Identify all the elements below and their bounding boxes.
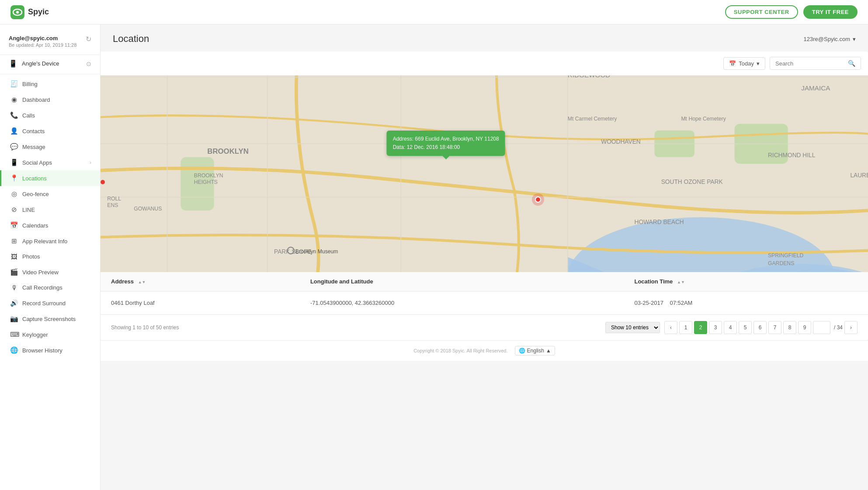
- logo-icon: [10, 5, 24, 19]
- sidebar-item-call-recordings[interactable]: 🎙 Call Recordings: [0, 280, 100, 295]
- sidebar-label-keylogger: Keylogger: [22, 331, 91, 338]
- flag-icon: 🌐: [519, 348, 525, 354]
- sidebar-item-geo-fence[interactable]: ◎ Geo-fence: [0, 186, 100, 202]
- search-icon: 🔍: [848, 60, 855, 67]
- svg-text:HEIGHTS: HEIGHTS: [194, 179, 218, 185]
- sidebar-item-message[interactable]: 💬 Message: [0, 139, 100, 155]
- page-button-2[interactable]: 2: [694, 321, 707, 334]
- sidebar-item-capture-screenshots[interactable]: 📷 Capture Screenshots: [0, 311, 100, 327]
- prev-page-button[interactable]: ‹: [664, 321, 677, 334]
- sidebar-label-dashboard: Dashboard: [22, 97, 91, 103]
- search-box: 🔍: [770, 57, 861, 70]
- page-button-8[interactable]: 8: [783, 321, 796, 334]
- sidebar-item-contacts[interactable]: 👤 Contacts: [0, 123, 100, 139]
- photos-icon: 🖼: [10, 253, 18, 260]
- svg-text:SOUTH OZONE PARK: SOUTH OZONE PARK: [661, 179, 723, 185]
- device-selector[interactable]: 📱 Angle's Device ⊙: [0, 55, 100, 72]
- search-input[interactable]: [775, 60, 845, 67]
- sidebar-item-record-surround[interactable]: 🔊 Record Surround: [0, 295, 100, 311]
- sidebar-item-line[interactable]: ⊘ LINE: [0, 202, 100, 217]
- sidebar: Angle@spyic.com Be updated: Apr 10, 2019…: [0, 24, 101, 490]
- geo-fence-icon: ◎: [10, 190, 18, 198]
- main-content: Location 123re@Spyic.com ▾ 📅 Today ▾ 🔍: [101, 24, 868, 490]
- sidebar-label-record-surround: Record Surround: [22, 300, 91, 307]
- page-button-4[interactable]: 4: [724, 321, 737, 334]
- message-icon: 💬: [10, 143, 18, 151]
- svg-text:RICHMOND HILL: RICHMOND HILL: [768, 152, 816, 159]
- device-name: Angle's Device: [22, 60, 59, 67]
- svg-text:ENS: ENS: [107, 202, 118, 208]
- sidebar-label-contacts: Contacts: [22, 128, 91, 135]
- support-center-button[interactable]: SUPPORT CENTER: [725, 5, 798, 19]
- sidebar-item-calls[interactable]: 📞 Calls: [0, 107, 100, 123]
- social-apps-icon: 📱: [10, 159, 18, 166]
- sidebar-item-keylogger[interactable]: ⌨ Keylogger: [0, 327, 100, 342]
- sidebar-item-social-apps[interactable]: 📱 Social Apps ›: [0, 155, 100, 170]
- billing-icon: 🧾: [10, 80, 18, 88]
- sidebar-label-video-preview: Video Preview: [22, 269, 91, 276]
- social-apps-arrow-icon: ›: [90, 160, 91, 165]
- svg-text:HOWARD BEACH: HOWARD BEACH: [635, 219, 684, 225]
- sidebar-label-call-recordings: Call Recordings: [22, 284, 91, 291]
- page-header: Location 123re@Spyic.com ▾: [101, 24, 868, 52]
- calendar-icon: 📅: [729, 60, 736, 67]
- coords-cell: -71.0543900000, 42.3663260000: [300, 291, 624, 314]
- time-column-header: Location Time ▲▼: [624, 272, 868, 291]
- sidebar-item-browser-history[interactable]: 🌐 Browser History: [0, 342, 100, 358]
- page-total: / 34: [834, 324, 843, 331]
- sidebar-item-photos[interactable]: 🖼 Photos: [0, 249, 100, 264]
- location-card: 📅 Today ▾ 🔍: [101, 52, 868, 340]
- page-button-1[interactable]: 1: [679, 321, 692, 334]
- address-sort-icon[interactable]: ▲▼: [138, 280, 146, 284]
- table-body: 0461 Dorthy Loaf -71.0543900000, 42.3663…: [101, 291, 868, 314]
- page-button-9[interactable]: 9: [798, 321, 811, 334]
- user-email: Angle@spyic.com: [9, 35, 76, 41]
- entries-select[interactable]: Show 10 entries Show 25 entries Show 50 …: [605, 322, 660, 333]
- contacts-icon: 👤: [10, 127, 18, 135]
- record-surround-icon: 🔊: [10, 299, 18, 307]
- call-recordings-icon: 🎙: [10, 284, 18, 291]
- refresh-icon[interactable]: ↻: [86, 35, 91, 43]
- svg-text:JAMAICA: JAMAICA: [801, 84, 830, 92]
- sidebar-label-social-apps: Social Apps: [22, 159, 85, 166]
- page-button-5[interactable]: 5: [739, 321, 752, 334]
- svg-text:LAURELTON: LAURELTON: [850, 172, 868, 179]
- pagination-bar: Showing 1 to 10 of 50 entries Show 10 en…: [101, 314, 868, 340]
- pagination-info: Showing 1 to 10 of 50 entries: [111, 324, 179, 331]
- page-button-3[interactable]: 3: [709, 321, 722, 334]
- account-selector[interactable]: 123re@Spyic.com ▾: [804, 36, 856, 42]
- popup-date: Data: 12 Dec. 2016 18:48:00: [393, 143, 499, 152]
- address-column-header: Address ▲▼: [101, 272, 300, 291]
- page-title: Location: [113, 33, 149, 45]
- next-page-button[interactable]: ›: [844, 321, 858, 334]
- sidebar-item-calendars[interactable]: 📅 Calendars: [0, 217, 100, 233]
- sidebar-label-billing: Billing: [22, 81, 91, 87]
- svg-text:WOODHAVEN: WOODHAVEN: [601, 138, 641, 145]
- sidebar-item-dashboard[interactable]: ◉ Dashboard: [0, 92, 100, 107]
- try-free-button[interactable]: TRY IT FREE: [803, 5, 858, 19]
- user-updated: Be updated: Apr 10, 2019 11:28: [9, 42, 76, 48]
- date-selector[interactable]: 📅 Today ▾: [723, 57, 765, 70]
- table-header: Address ▲▼ Longitude and Latitude Locati…: [101, 272, 868, 291]
- user-details: Angle@spyic.com Be updated: Apr 10, 2019…: [9, 35, 76, 48]
- coords-column-header: Longitude and Latitude: [300, 272, 624, 291]
- map-popup: Address: 669 Euclid Ave, Brooklyn, NY 11…: [387, 131, 505, 156]
- time-sort-icon[interactable]: ▲▼: [677, 280, 685, 284]
- header-buttons: SUPPORT CENTER TRY IT FREE: [725, 5, 858, 19]
- language-selector[interactable]: 🌐 English ▲: [515, 346, 555, 355]
- sidebar-label-geo-fence: Geo-fence: [22, 191, 91, 197]
- address-cell: 0461 Dorthy Loaf: [101, 291, 300, 314]
- line-icon: ⊘: [10, 206, 18, 214]
- footer: Copyright © 2018 Spyic. All Right Reserv…: [101, 340, 868, 361]
- page-button-7[interactable]: 7: [768, 321, 781, 334]
- sidebar-item-app-relevant[interactable]: ⊞ App Relevant Info: [0, 233, 100, 249]
- sidebar-item-video-preview[interactable]: 🎬 Video Preview: [0, 264, 100, 280]
- calls-icon: 📞: [10, 111, 18, 119]
- account-dropdown-icon: ▾: [853, 36, 856, 42]
- page-button-6[interactable]: 6: [753, 321, 767, 334]
- sidebar-item-billing[interactable]: 🧾 Billing: [0, 76, 100, 92]
- browser-history-icon: 🌐: [10, 346, 18, 354]
- page-jump-input[interactable]: [813, 321, 830, 334]
- date-dropdown-icon: ▾: [757, 60, 760, 67]
- sidebar-item-locations[interactable]: 📍 Locations: [0, 170, 100, 186]
